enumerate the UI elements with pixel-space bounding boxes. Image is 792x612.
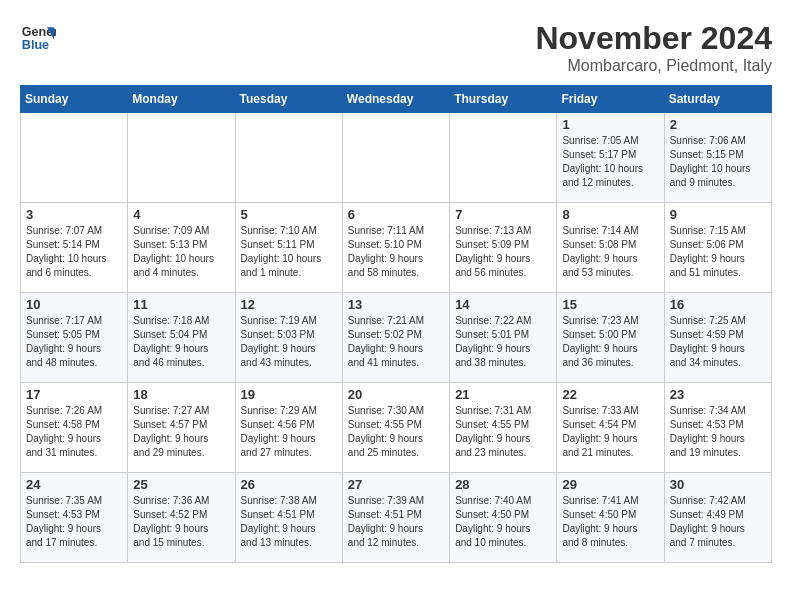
day-info: Sunrise: 7:22 AM Sunset: 5:01 PM Dayligh… <box>455 314 551 370</box>
calendar-cell: 23Sunrise: 7:34 AM Sunset: 4:53 PM Dayli… <box>664 383 771 473</box>
calendar-cell: 13Sunrise: 7:21 AM Sunset: 5:02 PM Dayli… <box>342 293 449 383</box>
weekday-header-monday: Monday <box>128 86 235 113</box>
day-info: Sunrise: 7:05 AM Sunset: 5:17 PM Dayligh… <box>562 134 658 190</box>
calendar-cell: 6Sunrise: 7:11 AM Sunset: 5:10 PM Daylig… <box>342 203 449 293</box>
day-number: 25 <box>133 477 229 492</box>
day-info: Sunrise: 7:19 AM Sunset: 5:03 PM Dayligh… <box>241 314 337 370</box>
day-info: Sunrise: 7:09 AM Sunset: 5:13 PM Dayligh… <box>133 224 229 280</box>
day-number: 11 <box>133 297 229 312</box>
weekday-header-wednesday: Wednesday <box>342 86 449 113</box>
day-number: 30 <box>670 477 766 492</box>
calendar-cell: 28Sunrise: 7:40 AM Sunset: 4:50 PM Dayli… <box>450 473 557 563</box>
day-number: 20 <box>348 387 444 402</box>
calendar-cell: 12Sunrise: 7:19 AM Sunset: 5:03 PM Dayli… <box>235 293 342 383</box>
calendar-cell: 27Sunrise: 7:39 AM Sunset: 4:51 PM Dayli… <box>342 473 449 563</box>
calendar-week-row-3: 10Sunrise: 7:17 AM Sunset: 5:05 PM Dayli… <box>21 293 772 383</box>
calendar-cell: 26Sunrise: 7:38 AM Sunset: 4:51 PM Dayli… <box>235 473 342 563</box>
day-number: 27 <box>348 477 444 492</box>
location-subtitle: Mombarcaro, Piedmont, Italy <box>535 57 772 75</box>
day-info: Sunrise: 7:39 AM Sunset: 4:51 PM Dayligh… <box>348 494 444 550</box>
calendar-cell <box>235 113 342 203</box>
day-info: Sunrise: 7:41 AM Sunset: 4:50 PM Dayligh… <box>562 494 658 550</box>
calendar-week-row-2: 3Sunrise: 7:07 AM Sunset: 5:14 PM Daylig… <box>21 203 772 293</box>
calendar-cell: 11Sunrise: 7:18 AM Sunset: 5:04 PM Dayli… <box>128 293 235 383</box>
day-info: Sunrise: 7:25 AM Sunset: 4:59 PM Dayligh… <box>670 314 766 370</box>
day-info: Sunrise: 7:21 AM Sunset: 5:02 PM Dayligh… <box>348 314 444 370</box>
day-info: Sunrise: 7:29 AM Sunset: 4:56 PM Dayligh… <box>241 404 337 460</box>
weekday-header-sunday: Sunday <box>21 86 128 113</box>
calendar-cell: 9Sunrise: 7:15 AM Sunset: 5:06 PM Daylig… <box>664 203 771 293</box>
day-info: Sunrise: 7:26 AM Sunset: 4:58 PM Dayligh… <box>26 404 122 460</box>
calendar-week-row-5: 24Sunrise: 7:35 AM Sunset: 4:53 PM Dayli… <box>21 473 772 563</box>
day-number: 10 <box>26 297 122 312</box>
calendar-cell: 1Sunrise: 7:05 AM Sunset: 5:17 PM Daylig… <box>557 113 664 203</box>
weekday-header-tuesday: Tuesday <box>235 86 342 113</box>
day-info: Sunrise: 7:14 AM Sunset: 5:08 PM Dayligh… <box>562 224 658 280</box>
day-number: 21 <box>455 387 551 402</box>
day-info: Sunrise: 7:15 AM Sunset: 5:06 PM Dayligh… <box>670 224 766 280</box>
day-number: 28 <box>455 477 551 492</box>
logo-icon: General Blue <box>20 20 56 56</box>
day-number: 29 <box>562 477 658 492</box>
day-info: Sunrise: 7:36 AM Sunset: 4:52 PM Dayligh… <box>133 494 229 550</box>
day-number: 13 <box>348 297 444 312</box>
calendar-cell: 20Sunrise: 7:30 AM Sunset: 4:55 PM Dayli… <box>342 383 449 473</box>
day-number: 7 <box>455 207 551 222</box>
calendar-cell <box>21 113 128 203</box>
calendar-cell: 21Sunrise: 7:31 AM Sunset: 4:55 PM Dayli… <box>450 383 557 473</box>
day-number: 15 <box>562 297 658 312</box>
calendar-cell: 2Sunrise: 7:06 AM Sunset: 5:15 PM Daylig… <box>664 113 771 203</box>
title-area: November 2024 Mombarcaro, Piedmont, Ital… <box>535 20 772 75</box>
weekday-header-saturday: Saturday <box>664 86 771 113</box>
day-number: 18 <box>133 387 229 402</box>
calendar-header: SundayMondayTuesdayWednesdayThursdayFrid… <box>21 86 772 113</box>
day-number: 4 <box>133 207 229 222</box>
calendar-cell: 18Sunrise: 7:27 AM Sunset: 4:57 PM Dayli… <box>128 383 235 473</box>
logo: General Blue <box>20 20 56 56</box>
day-number: 24 <box>26 477 122 492</box>
day-info: Sunrise: 7:30 AM Sunset: 4:55 PM Dayligh… <box>348 404 444 460</box>
day-info: Sunrise: 7:18 AM Sunset: 5:04 PM Dayligh… <box>133 314 229 370</box>
calendar-cell: 10Sunrise: 7:17 AM Sunset: 5:05 PM Dayli… <box>21 293 128 383</box>
calendar-cell: 15Sunrise: 7:23 AM Sunset: 5:00 PM Dayli… <box>557 293 664 383</box>
day-info: Sunrise: 7:23 AM Sunset: 5:00 PM Dayligh… <box>562 314 658 370</box>
weekday-header-friday: Friday <box>557 86 664 113</box>
calendar-week-row-1: 1Sunrise: 7:05 AM Sunset: 5:17 PM Daylig… <box>21 113 772 203</box>
day-info: Sunrise: 7:34 AM Sunset: 4:53 PM Dayligh… <box>670 404 766 460</box>
calendar-week-row-4: 17Sunrise: 7:26 AM Sunset: 4:58 PM Dayli… <box>21 383 772 473</box>
day-number: 14 <box>455 297 551 312</box>
day-number: 8 <box>562 207 658 222</box>
calendar-cell: 3Sunrise: 7:07 AM Sunset: 5:14 PM Daylig… <box>21 203 128 293</box>
weekday-header-thursday: Thursday <box>450 86 557 113</box>
calendar-cell: 16Sunrise: 7:25 AM Sunset: 4:59 PM Dayli… <box>664 293 771 383</box>
calendar-cell: 29Sunrise: 7:41 AM Sunset: 4:50 PM Dayli… <box>557 473 664 563</box>
calendar-body: 1Sunrise: 7:05 AM Sunset: 5:17 PM Daylig… <box>21 113 772 563</box>
day-info: Sunrise: 7:40 AM Sunset: 4:50 PM Dayligh… <box>455 494 551 550</box>
month-title: November 2024 <box>535 20 772 57</box>
calendar-cell <box>128 113 235 203</box>
day-number: 22 <box>562 387 658 402</box>
day-info: Sunrise: 7:27 AM Sunset: 4:57 PM Dayligh… <box>133 404 229 460</box>
calendar-cell: 25Sunrise: 7:36 AM Sunset: 4:52 PM Dayli… <box>128 473 235 563</box>
calendar-cell <box>450 113 557 203</box>
day-number: 26 <box>241 477 337 492</box>
calendar-cell: 14Sunrise: 7:22 AM Sunset: 5:01 PM Dayli… <box>450 293 557 383</box>
day-info: Sunrise: 7:06 AM Sunset: 5:15 PM Dayligh… <box>670 134 766 190</box>
day-number: 3 <box>26 207 122 222</box>
calendar-cell: 5Sunrise: 7:10 AM Sunset: 5:11 PM Daylig… <box>235 203 342 293</box>
calendar-cell: 8Sunrise: 7:14 AM Sunset: 5:08 PM Daylig… <box>557 203 664 293</box>
day-number: 12 <box>241 297 337 312</box>
calendar-cell: 24Sunrise: 7:35 AM Sunset: 4:53 PM Dayli… <box>21 473 128 563</box>
day-info: Sunrise: 7:17 AM Sunset: 5:05 PM Dayligh… <box>26 314 122 370</box>
day-number: 17 <box>26 387 122 402</box>
day-number: 5 <box>241 207 337 222</box>
header: General Blue November 2024 Mombarcaro, P… <box>20 20 772 75</box>
svg-text:Blue: Blue <box>22 38 49 52</box>
day-number: 23 <box>670 387 766 402</box>
calendar-cell: 30Sunrise: 7:42 AM Sunset: 4:49 PM Dayli… <box>664 473 771 563</box>
calendar-cell: 7Sunrise: 7:13 AM Sunset: 5:09 PM Daylig… <box>450 203 557 293</box>
day-info: Sunrise: 7:42 AM Sunset: 4:49 PM Dayligh… <box>670 494 766 550</box>
day-info: Sunrise: 7:33 AM Sunset: 4:54 PM Dayligh… <box>562 404 658 460</box>
day-info: Sunrise: 7:07 AM Sunset: 5:14 PM Dayligh… <box>26 224 122 280</box>
day-number: 6 <box>348 207 444 222</box>
